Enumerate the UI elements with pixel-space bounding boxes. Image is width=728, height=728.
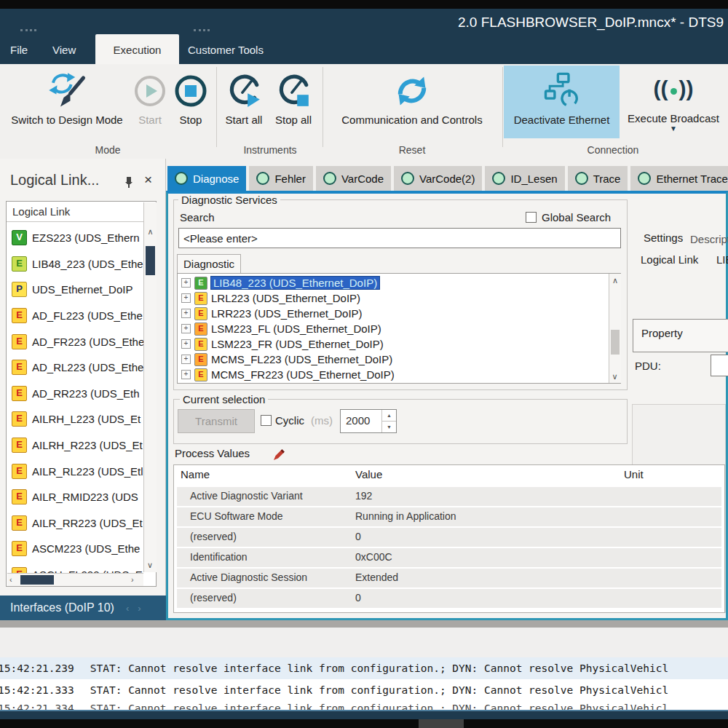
- tree-item[interactable]: +EMCMS_FR223 (UDS_Ethernet_DoIP): [178, 367, 608, 382]
- col-name[interactable]: Name: [181, 468, 210, 480]
- logical-link-item[interactable]: EAD_RR223 (UDS_Eth: [7, 381, 143, 407]
- pin-icon[interactable]: [124, 176, 134, 191]
- menu-view[interactable]: View: [52, 44, 76, 56]
- close-icon[interactable]: ×: [144, 172, 152, 188]
- global-search-checkbox[interactable]: [526, 212, 537, 223]
- scroll-up-icon[interactable]: ∧: [609, 275, 621, 286]
- tree-item[interactable]: +ELIB48_223 (UDS_Ethernet_DoIP): [178, 275, 608, 290]
- deactivate-ethernet-button[interactable]: Deactivate Ethernet: [504, 68, 620, 126]
- logical-link-item[interactable]: EAILRH_L223 (UDS_Et: [7, 406, 143, 432]
- tab-id-lesen[interactable]: ID_Lesen: [485, 166, 564, 191]
- tab-settings[interactable]: Settings: [644, 232, 683, 244]
- vscroll-thumb[interactable]: [611, 330, 620, 355]
- property-box[interactable]: Property: [633, 319, 728, 352]
- communication-and-controls-button[interactable]: Communication and Controls: [325, 68, 499, 126]
- spin-up-icon[interactable]: ▲: [382, 410, 396, 422]
- col-value[interactable]: Value: [355, 468, 382, 480]
- logical-link-item[interactable]: EAILR_RL223 (UDS_Etl: [7, 458, 143, 484]
- menu-customer-tools[interactable]: Customer Tools: [188, 44, 264, 56]
- tab-varcode[interactable]: VarCode: [316, 166, 391, 191]
- tree-item[interactable]: +ELRL223 (UDS_Ethernet_DoIP): [178, 290, 608, 306]
- table-row[interactable]: Active Diagnostic Variant192: [177, 487, 721, 506]
- logical-link-item[interactable]: EAILR_RR223 (UDS_Et: [7, 510, 143, 537]
- list-vscrollbar[interactable]: ∧ ∨: [143, 202, 157, 572]
- logical-link-item[interactable]: VEZS223 (UDS_Ethern: [7, 225, 143, 251]
- log-entry[interactable]: 15:42:21.334STAT: Cannot resolve interfa…: [0, 701, 728, 710]
- tree-item[interactable]: +EMCMS_FL223 (UDS_Ethernet_DoIP): [178, 352, 608, 367]
- global-search-label[interactable]: Global Search: [542, 211, 611, 223]
- tree-item[interactable]: +ELSM223_FR (UDS_Ethernet_DoIP): [178, 336, 608, 352]
- expand-icon[interactable]: +: [181, 293, 191, 303]
- logical-link-item[interactable]: EASCM223 (UDS_Ethe: [7, 536, 143, 562]
- list-hscrollbar[interactable]: ‹ ›: [7, 573, 143, 586]
- logical-link-item[interactable]: EASCU_FL223 (UDS_E: [7, 562, 143, 573]
- logical-link-item[interactable]: EAILRH_R223 (UDS_Et: [7, 432, 143, 459]
- expand-icon[interactable]: +: [181, 339, 191, 349]
- scroll-left-icon[interactable]: ‹: [9, 574, 12, 585]
- tab-description[interactable]: Description: [690, 233, 728, 245]
- log-entry[interactable]: 15:42:21.239STAT: Cannot resolve interfa…: [0, 657, 728, 679]
- cyclic-checkbox[interactable]: [261, 415, 272, 426]
- scroll-down-icon[interactable]: ∨: [144, 560, 156, 571]
- logical-link-item[interactable]: EAD_FR223 (UDS_Ethe: [7, 328, 143, 355]
- expand-icon[interactable]: +: [181, 309, 191, 318]
- cyclic-label[interactable]: Cyclic: [275, 414, 304, 427]
- scroll-down-icon[interactable]: ∨: [609, 371, 620, 382]
- menu-file[interactable]: File: [10, 44, 28, 56]
- search-input[interactable]: [178, 228, 621, 248]
- cycle-interval-stepper[interactable]: 2000 ▲ ▼: [340, 409, 397, 433]
- vscroll-thumb[interactable]: [146, 246, 155, 275]
- tab-diagnose[interactable]: Diagnose: [167, 166, 246, 191]
- bottom-spacer: [0, 628, 728, 657]
- table-row[interactable]: Identification0xC00C: [177, 548, 721, 567]
- switch-to-design-mode-button[interactable]: Switch to Design Mode: [4, 68, 130, 126]
- link-state-icon: E: [12, 567, 27, 573]
- logical-link-item[interactable]: EAILR_RMID223 (UDS: [7, 484, 143, 510]
- list-column-header[interactable]: Logical Link: [7, 202, 156, 222]
- interval-value[interactable]: 2000: [341, 410, 381, 432]
- logical-link-item[interactable]: EAD_FL223 (UDS_Ethe: [7, 303, 143, 329]
- interfaces-tab[interactable]: Interfaces (DoIP 10) ‹ ›: [0, 596, 166, 620]
- expand-icon[interactable]: +: [181, 370, 191, 379]
- log-entry[interactable]: 15:42:21.333STAT: Cannot resolve interfa…: [0, 679, 728, 701]
- tree-item[interactable]: +ELRR223 (UDS_Ethernet_DoIP): [178, 306, 608, 321]
- col-unit[interactable]: Unit: [624, 468, 644, 480]
- broadcast-dropdown-icon[interactable]: ▼: [622, 124, 724, 132]
- link-state-icon: E: [12, 308, 27, 323]
- start-all-button[interactable]: Start all: [220, 68, 268, 126]
- tab-fehler[interactable]: Fehler: [249, 166, 313, 191]
- logical-link-item[interactable]: ELIB48_223 (UDS_Ethe: [7, 251, 143, 277]
- panel-right-arrow-icon[interactable]: ›: [138, 603, 141, 614]
- splitter[interactable]: [0, 620, 728, 628]
- diagnostic-subtab[interactable]: Diagnostic: [177, 254, 241, 274]
- expand-icon[interactable]: +: [181, 355, 191, 364]
- expand-icon[interactable]: +: [181, 278, 191, 288]
- tree-vscrollbar[interactable]: ∧ ∨: [609, 274, 621, 383]
- scroll-up-icon[interactable]: ∧: [144, 226, 157, 237]
- pdu-input[interactable]: [711, 355, 728, 376]
- panel-left-arrow-icon[interactable]: ‹: [126, 603, 129, 614]
- link-state-icon: E: [12, 360, 27, 375]
- table-row[interactable]: (reserved)0: [177, 528, 721, 547]
- logical-link-item[interactable]: EAD_RL223 (UDS_Ethe: [7, 355, 143, 381]
- table-row[interactable]: Active Diagnostic SessionExtended: [177, 569, 721, 587]
- taskbar-thumb[interactable]: [419, 719, 464, 728]
- edit-pencil-icon[interactable]: [272, 448, 285, 464]
- tab-ethernet-trace[interactable]: Ethernet Trace: [630, 166, 728, 191]
- execute-broadcast-button[interactable]: (()) Execute Broadcast ▼: [622, 68, 724, 132]
- tab-varcode2[interactable]: VarCode(2): [394, 166, 482, 191]
- menu-execution[interactable]: Execution: [95, 34, 179, 64]
- diagnostic-services-title: Diagnostic Services: [178, 194, 280, 206]
- tab-status-icon: [175, 172, 188, 185]
- tree-item[interactable]: +ELSM223_FL (UDS_Ethernet_DoIP): [178, 321, 608, 336]
- stop-button[interactable]: Stop: [170, 68, 211, 126]
- scroll-right-icon[interactable]: ›: [131, 574, 134, 585]
- stop-all-button[interactable]: Stop all: [269, 68, 317, 126]
- expand-icon[interactable]: +: [181, 324, 191, 333]
- table-row[interactable]: (reserved)0: [177, 589, 721, 608]
- logical-link-item[interactable]: PUDS_Ethernet_DoIP: [7, 277, 143, 303]
- tab-trace[interactable]: Trace: [568, 166, 628, 191]
- table-row[interactable]: ECU Software ModeRunning in Application: [177, 507, 721, 526]
- hscroll-thumb[interactable]: [20, 575, 54, 585]
- spin-down-icon[interactable]: ▼: [382, 422, 396, 432]
